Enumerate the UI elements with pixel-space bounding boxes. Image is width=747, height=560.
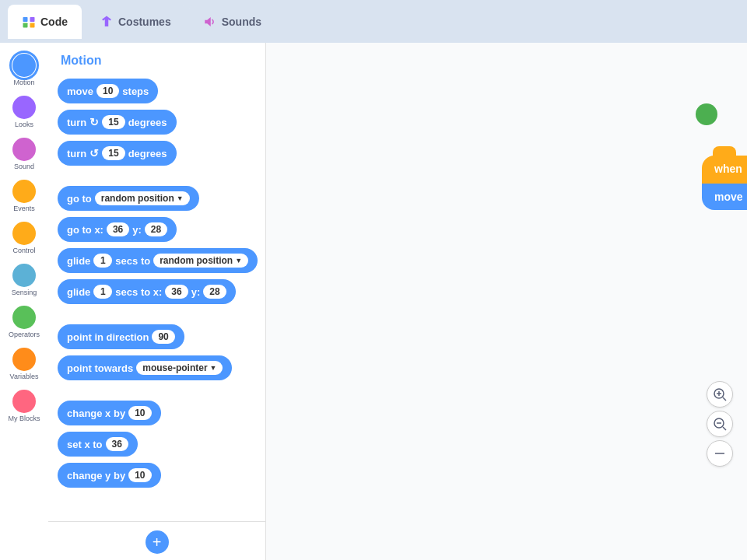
sound-label: Sound xyxy=(14,163,34,170)
zoom-out-icon xyxy=(713,417,727,431)
canvas-block-group[interactable]: when clicked move 10 steps xyxy=(702,156,747,210)
block-point-towards-value: mouse-pointer xyxy=(142,362,207,373)
block-glide-xy-input[interactable]: 1 xyxy=(93,285,112,299)
tab-code-label: Code xyxy=(40,16,68,28)
zoom-reset-button[interactable] xyxy=(707,440,733,467)
operators-dot xyxy=(12,306,36,329)
zoom-in-button[interactable] xyxy=(707,381,733,408)
block-goto-dropdown[interactable]: random position ▼ xyxy=(95,191,190,205)
add-icon: + xyxy=(153,534,162,551)
block-change-x[interactable]: change x by 10 xyxy=(58,401,161,425)
sidebar-item-myblocks[interactable]: My Blocks xyxy=(0,387,48,425)
block-glide-x-input[interactable]: 36 xyxy=(165,285,188,299)
block-glide-text: glide xyxy=(67,255,90,267)
block-glide-random[interactable]: glide 1 secs to random position ▼ xyxy=(58,248,258,273)
sensing-dot xyxy=(12,264,36,287)
svg-rect-2 xyxy=(23,23,28,27)
point-towards-arrow: ▼ xyxy=(210,364,217,372)
canvas-area: when clicked move 10 steps xyxy=(266,43,747,560)
tab-code[interactable]: Code xyxy=(8,5,82,39)
sidebar-item-looks[interactable]: Looks xyxy=(0,93,48,131)
blocks-list: move 10 steps turn ↻ 15 degrees turn ↺ 1… xyxy=(48,75,265,521)
events-dot xyxy=(12,180,36,203)
svg-line-8 xyxy=(723,397,726,401)
svg-rect-1 xyxy=(30,17,35,22)
block-point-towards[interactable]: point towards mouse-pointer ▼ xyxy=(58,355,232,380)
add-block-button[interactable]: + xyxy=(146,530,169,554)
block-point-dir-text: point in direction xyxy=(67,331,149,343)
zoom-controls xyxy=(707,381,733,467)
block-goto-random[interactable]: go to random position ▼ xyxy=(58,186,199,211)
block-glide-xy-text: glide xyxy=(67,286,90,298)
sidebar-item-motion[interactable]: Motion xyxy=(0,51,48,89)
block-turn-ccw-suffix: degrees xyxy=(128,148,167,159)
block-point-towards-dropdown[interactable]: mouse-pointer ▼ xyxy=(136,361,223,375)
spacer-3 xyxy=(58,387,256,394)
turn-ccw-icon: ↺ xyxy=(89,147,99,159)
block-glide-y-input[interactable]: 28 xyxy=(203,285,226,299)
block-set-x-input[interactable]: 36 xyxy=(106,437,128,451)
glide-dropdown-arrow: ▼ xyxy=(235,257,242,264)
canvas-hat-block[interactable]: when clicked xyxy=(702,156,747,184)
block-change-y[interactable]: change y by 10 xyxy=(58,463,161,488)
code-icon xyxy=(22,15,36,29)
turn-cw-icon: ↻ xyxy=(89,116,99,128)
sensing-label: Sensing xyxy=(12,289,37,296)
tab-sounds-label: Sounds xyxy=(222,16,261,28)
block-move-suffix: steps xyxy=(122,86,149,97)
block-turn-cw[interactable]: turn ↻ 15 degrees xyxy=(58,110,177,135)
block-point-towards-text: point towards xyxy=(67,362,133,374)
block-change-y-input[interactable]: 10 xyxy=(128,468,151,482)
block-point-dir-input[interactable]: 90 xyxy=(152,330,174,344)
block-glide-dropdown-value: random position xyxy=(160,255,233,266)
goto-dropdown-arrow: ▼ xyxy=(177,194,184,202)
tab-costumes-label: Costumes xyxy=(118,16,171,28)
canvas-hat-when: when xyxy=(714,163,742,175)
block-turn-cw-input[interactable]: 15 xyxy=(102,115,124,129)
block-turn-ccw-input[interactable]: 15 xyxy=(102,146,124,160)
sidebar-item-operators[interactable]: Operators xyxy=(0,303,48,341)
motion-dot xyxy=(12,54,36,77)
spacer-2 xyxy=(58,310,256,318)
block-point-dir[interactable]: point in direction 90 xyxy=(58,324,184,349)
canvas-move-text: move xyxy=(714,191,743,203)
block-move-input[interactable]: 10 xyxy=(96,84,119,98)
variables-dot xyxy=(12,348,36,371)
block-set-x[interactable]: set x to 36 xyxy=(58,432,138,457)
block-glide-y-label: y: xyxy=(191,286,201,298)
sidebar-item-variables[interactable]: Variables xyxy=(0,345,48,383)
block-goto-xy-text: go to x: xyxy=(67,224,103,236)
blocks-panel: Motion move 10 steps turn ↻ 15 degrees t… xyxy=(48,43,266,560)
sidebar-item-sound[interactable]: Sound xyxy=(0,135,48,173)
sidebar-item-sensing[interactable]: Sensing xyxy=(0,261,48,299)
looks-label: Looks xyxy=(15,121,33,128)
block-goto-x-input[interactable]: 36 xyxy=(107,222,129,236)
zoom-out-button[interactable] xyxy=(707,411,733,437)
block-glide-xy[interactable]: glide 1 secs to x: 36 y: 28 xyxy=(58,279,236,304)
block-glide-input[interactable]: 1 xyxy=(93,254,112,268)
block-move-text: move xyxy=(67,86,93,97)
block-change-y-text: change y by xyxy=(67,470,125,481)
block-glide-xy-secs: secs to x: xyxy=(115,286,162,298)
block-goto-xy[interactable]: go to x: 36 y: 28 xyxy=(58,217,177,242)
looks-dot xyxy=(12,96,36,119)
sidebar-item-events[interactable]: Events xyxy=(0,177,48,215)
block-turn-ccw[interactable]: turn ↺ 15 degrees xyxy=(58,141,177,166)
green-indicator xyxy=(696,103,717,125)
block-turn-cw-suffix: degrees xyxy=(128,117,167,128)
svg-rect-3 xyxy=(30,23,35,27)
control-dot xyxy=(12,222,36,245)
variables-label: Variables xyxy=(10,373,39,380)
myblocks-label: My Blocks xyxy=(8,415,40,422)
block-move[interactable]: move 10 steps xyxy=(58,79,158,103)
block-change-x-input[interactable]: 10 xyxy=(128,406,151,420)
control-label: Control xyxy=(12,247,35,254)
tab-sounds[interactable]: Sounds xyxy=(189,5,275,39)
canvas-move-block[interactable]: move 10 steps xyxy=(702,184,747,210)
block-goto-y-input[interactable]: 28 xyxy=(145,222,167,236)
svg-line-11 xyxy=(723,427,726,430)
tab-costumes[interactable]: Costumes xyxy=(86,5,185,39)
block-glide-dropdown[interactable]: random position ▼ xyxy=(153,254,248,268)
sidebar-item-control[interactable]: Control xyxy=(0,219,48,257)
hat-bump xyxy=(713,146,736,157)
